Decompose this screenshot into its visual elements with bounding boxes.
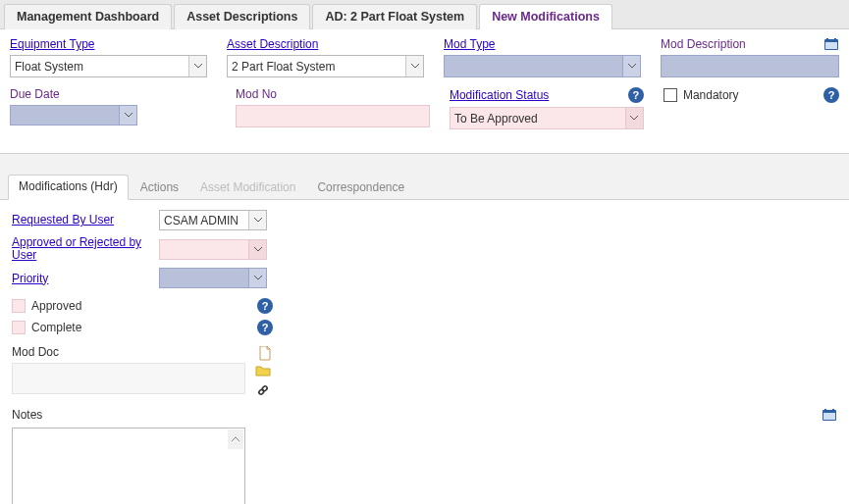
mandatory-label: Mandatory (683, 88, 739, 102)
subtab-correspondence[interactable]: Correspondence (307, 176, 414, 200)
modification-status-label[interactable]: Modification Status (450, 88, 549, 102)
subtab-actions[interactable]: Actions (131, 176, 188, 200)
notes-label: Notes (12, 408, 42, 422)
notes-icon[interactable] (823, 37, 839, 51)
modification-status-select[interactable]: To Be Approved (450, 107, 644, 129)
priority-select[interactable] (159, 268, 267, 288)
mod-type-label[interactable]: Mod Type (444, 37, 641, 51)
help-icon[interactable]: ? (628, 87, 644, 103)
requested-by-select[interactable]: CSAM ADMIN (159, 210, 267, 230)
svg-rect-2 (834, 38, 836, 41)
complete-label: Complete (31, 321, 81, 334)
modification-status-value: To Be Approved (454, 112, 538, 126)
due-date-label: Due Date (10, 87, 137, 101)
subtab-asset-modification: Asset Modification (190, 176, 305, 200)
approved-checkbox[interactable] (12, 299, 26, 313)
svg-rect-5 (262, 385, 268, 391)
equipment-type-select[interactable]: Float System (10, 55, 207, 77)
svg-rect-7 (824, 409, 826, 412)
main-tab-strip: Management Dashboard Asset Descriptions … (0, 0, 849, 29)
requested-by-label[interactable]: Requested By User (12, 214, 151, 227)
help-icon[interactable]: ? (823, 87, 839, 103)
svg-rect-1 (826, 38, 828, 41)
priority-label[interactable]: Priority (12, 272, 151, 285)
equipment-type-label[interactable]: Equipment Type (10, 37, 207, 51)
chevron-down-icon (119, 106, 136, 125)
mod-description-input[interactable] (661, 55, 839, 77)
tab-management-dashboard[interactable]: Management Dashboard (4, 4, 172, 29)
mod-type-select[interactable] (444, 55, 641, 77)
mod-no-label: Mod No (236, 87, 430, 101)
tab-new-modifications[interactable]: New Modifications (479, 4, 612, 29)
chevron-down-icon (248, 269, 266, 287)
svg-rect-3 (825, 42, 837, 49)
tab-asset-descriptions[interactable]: Asset Descriptions (174, 4, 310, 29)
scroll-up-icon[interactable] (228, 429, 243, 449)
equipment-type-value: Float System (15, 60, 83, 74)
svg-rect-9 (823, 413, 835, 420)
upper-form: Equipment Type Float System Asset Descri… (0, 29, 849, 154)
due-date-select[interactable] (10, 105, 137, 126)
help-icon[interactable]: ? (257, 298, 273, 314)
asset-description-value: 2 Part Float System (232, 60, 335, 74)
chevron-down-icon (248, 240, 266, 259)
chevron-down-icon (188, 56, 206, 76)
mandatory-checkbox[interactable] (663, 88, 677, 102)
subtab-modifications-hdr[interactable]: Modifications (Hdr) (8, 175, 129, 200)
asset-description-select[interactable]: 2 Part Float System (227, 55, 424, 77)
approved-rejected-select[interactable] (159, 239, 267, 260)
modifications-hdr-panel: Requested By User CSAM ADMIN Approved or… (0, 200, 849, 504)
sub-tab-strip: Modifications (Hdr) Actions Asset Modifi… (0, 154, 849, 200)
chevron-down-icon (405, 56, 423, 76)
help-icon[interactable]: ? (257, 320, 273, 335)
mod-doc-display (12, 363, 245, 394)
chevron-down-icon (622, 56, 640, 76)
approved-rejected-label[interactable]: Approved or Rejected by User (12, 236, 151, 262)
complete-checkbox[interactable] (12, 321, 26, 334)
requested-by-value: CSAM ADMIN (164, 214, 239, 227)
folder-icon[interactable] (255, 363, 271, 378)
approved-label: Approved (31, 299, 81, 313)
chevron-down-icon (248, 211, 266, 229)
notes-icon[interactable] (822, 408, 837, 422)
link-icon[interactable] (255, 382, 271, 398)
mod-description-label: Mod Description (661, 37, 746, 51)
svg-rect-8 (832, 409, 834, 412)
asset-description-label[interactable]: Asset Description (227, 37, 424, 51)
document-icon[interactable] (257, 345, 273, 361)
mod-no-input[interactable] (236, 105, 430, 127)
tab-ad-2-part-float[interactable]: AD: 2 Part Float System (312, 4, 477, 29)
notes-textarea[interactable] (12, 428, 245, 504)
mod-doc-label: Mod Doc (12, 345, 151, 359)
chevron-down-icon (625, 108, 643, 128)
